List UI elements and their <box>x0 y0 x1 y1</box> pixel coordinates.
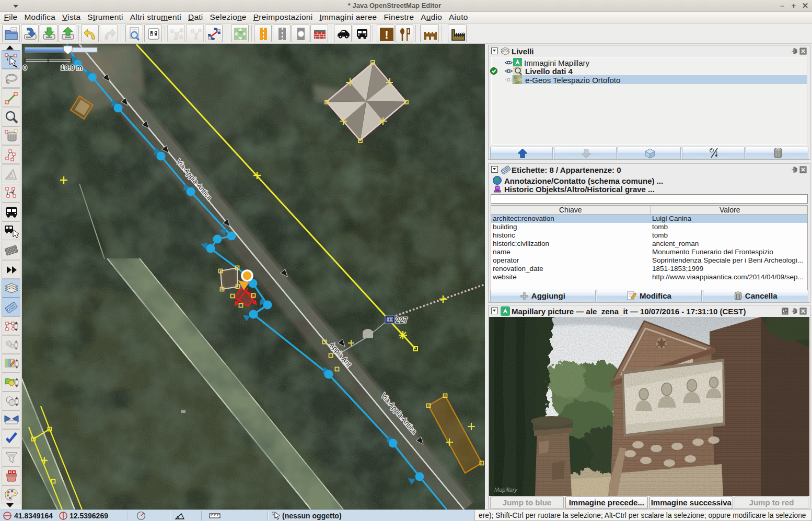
svg-text:!: ! <box>385 28 388 41</box>
svg-text:0: 0 <box>23 64 27 72</box>
svg-text:10.0 m: 10.0 m <box>61 64 82 72</box>
svg-text:Mapillary: Mapillary <box>494 487 518 493</box>
svg-text:227: 227 <box>396 316 408 324</box>
